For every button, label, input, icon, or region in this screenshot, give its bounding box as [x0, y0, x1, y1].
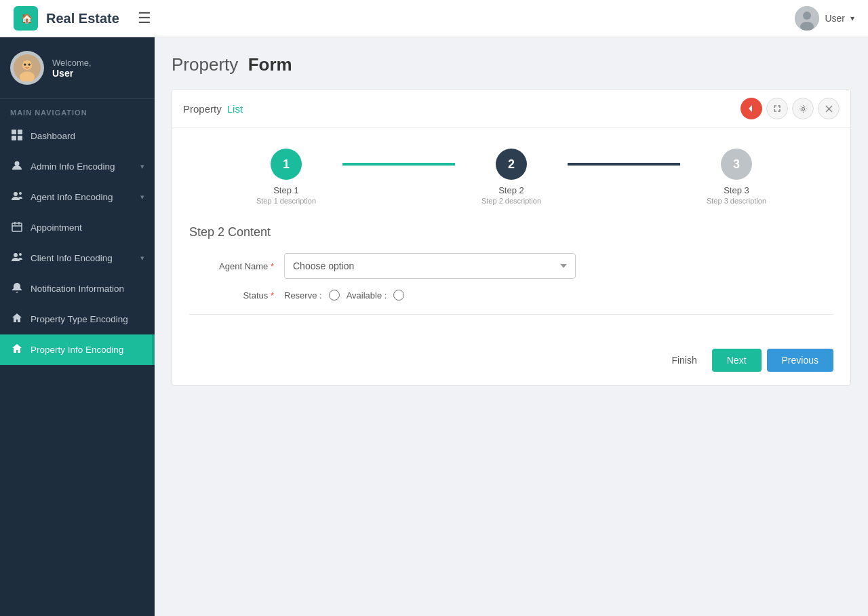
step-3-number: 3: [733, 157, 740, 172]
svg-point-15: [14, 192, 18, 196]
stepper: 1 Step 1 Step 1 description 2 Step 2 Ste…: [189, 149, 833, 205]
sidebar-item-property-type-label: Property Type Encoding: [31, 314, 144, 324]
step-1-number: 1: [283, 157, 290, 172]
svg-point-14: [15, 161, 20, 166]
topbar-username[interactable]: User: [825, 13, 845, 24]
admin-icon: [10, 160, 24, 173]
svg-point-8: [24, 64, 26, 66]
svg-point-24: [802, 107, 804, 110]
svg-text:🏠: 🏠: [21, 13, 33, 24]
topbar-left: 🏠 Real Estate ☰: [14, 6, 151, 31]
sidebar-item-notification[interactable]: Notification Information: [0, 273, 155, 304]
step-2-desc: Step 2 description: [481, 197, 541, 205]
step2-content: Step 2 Content Agent Name * Choose optio…: [189, 225, 833, 301]
back-button[interactable]: [741, 98, 762, 119]
topbar-caret-icon[interactable]: ▾: [850, 14, 854, 23]
sidebar-item-client-info[interactable]: Client Info Encoding ▾: [0, 243, 155, 273]
brand-name: Real Estate: [46, 11, 119, 26]
expand-button[interactable]: [766, 98, 788, 119]
status-field-group: Status * Reserve : Available :: [189, 290, 833, 301]
appointment-icon: [10, 221, 24, 234]
form-divider: [189, 314, 833, 315]
page-title-bold: Form: [248, 54, 292, 75]
logo-icon: 🏠: [14, 6, 38, 31]
sidebar-username: User: [52, 68, 92, 79]
settings-button[interactable]: [792, 98, 814, 119]
property-type-icon: [10, 313, 24, 326]
step-1-desc: Step 1 description: [256, 197, 316, 205]
status-label-text: Status: [243, 290, 268, 301]
finish-button[interactable]: Finish: [662, 349, 706, 371]
sidebar-item-appointment-label: Appointment: [31, 223, 144, 233]
status-radio-group: Reserve : Available :: [284, 290, 404, 301]
card-header: Property List: [172, 90, 850, 128]
card-footer: Finish Next Previous: [172, 349, 850, 385]
page-title-normal: Property: [172, 54, 238, 75]
available-label: Available :: [347, 290, 387, 301]
agent-name-field-group: Agent Name * Choose option: [189, 253, 833, 279]
svg-rect-10: [12, 130, 16, 134]
sidebar-item-dashboard-label: Dashboard: [31, 131, 144, 141]
sidebar-item-admin-label: Admin Info Encoding: [31, 161, 134, 172]
page-title: Property Form: [172, 54, 851, 75]
svg-rect-11: [18, 130, 22, 134]
card-header-title: Property: [183, 103, 222, 115]
sidebar-item-client-label: Client Info Encoding: [31, 253, 134, 263]
svg-rect-17: [12, 223, 22, 231]
sidebar-item-agent-label: Agent Info Encoding: [31, 192, 134, 202]
step-1-label: Step 1: [273, 185, 299, 195]
sidebar: Welcome, User MAIN NAVIGATION Dashboard: [0, 37, 155, 616]
step-3-desc: Step 3 description: [707, 197, 766, 205]
sidebar-welcome: Welcome,: [52, 58, 92, 68]
property-info-icon: [10, 343, 24, 356]
previous-button[interactable]: Previous: [767, 349, 833, 372]
sidebar-item-notification-label: Notification Information: [31, 284, 144, 294]
step-3: 3 Step 3 Step 3 description: [680, 149, 793, 205]
step-line-1: [342, 163, 455, 166]
card-body: 1 Step 1 Step 1 description 2 Step 2 Ste…: [172, 128, 850, 349]
reserve-radio[interactable]: [329, 290, 340, 301]
sidebar-item-property-type[interactable]: Property Type Encoding: [0, 304, 155, 334]
main-content: Property Form Property List: [155, 37, 868, 616]
svg-point-6: [22, 60, 32, 70]
step-line-2: [568, 163, 680, 166]
agent-caret-icon: ▾: [140, 193, 144, 201]
sidebar-item-agent-info[interactable]: Agent Info Encoding ▾: [0, 182, 155, 212]
sidebar-nav-label: MAIN NAVIGATION: [0, 99, 155, 121]
step2-title: Step 2 Content: [189, 225, 833, 239]
agent-name-select[interactable]: Choose option: [284, 253, 576, 279]
card-header-left: Property List: [183, 103, 243, 115]
step-1: 1 Step 1 Step 1 description: [230, 149, 342, 205]
sidebar-user-section: Welcome, User: [0, 37, 155, 99]
step-2-number: 2: [508, 157, 515, 172]
notification-icon: [10, 282, 24, 295]
client-caret-icon: ▾: [140, 254, 144, 263]
step-2-label: Step 2: [498, 185, 524, 195]
sidebar-item-admin-info[interactable]: Admin Info Encoding ▾: [0, 151, 155, 182]
reserve-label: Reserve :: [284, 290, 322, 301]
card-header-subtitle: List: [227, 103, 243, 115]
sidebar-item-appointment[interactable]: Appointment: [0, 212, 155, 243]
layout: Welcome, User MAIN NAVIGATION Dashboard: [0, 37, 868, 616]
admin-caret-icon: ▾: [140, 162, 144, 171]
svg-point-9: [28, 64, 31, 66]
card-header-actions: [741, 98, 840, 119]
close-button[interactable]: [818, 98, 840, 119]
svg-point-3: [803, 12, 811, 20]
available-radio[interactable]: [393, 290, 404, 301]
step-3-circle: 3: [721, 149, 752, 180]
agent-icon: [10, 191, 24, 204]
sidebar-item-property-info[interactable]: Property Info Encoding: [0, 334, 155, 365]
dashboard-icon: [10, 130, 24, 142]
svg-rect-13: [18, 136, 22, 140]
menu-toggle-icon[interactable]: ☰: [138, 9, 151, 27]
client-icon: [10, 252, 24, 265]
sidebar-avatar: [10, 51, 44, 85]
sidebar-item-dashboard[interactable]: Dashboard: [0, 121, 155, 151]
property-form-card: Property List: [172, 89, 851, 386]
agent-name-label-text: Agent Name: [219, 261, 268, 271]
topbar: 🏠 Real Estate ☰ User ▾: [0, 0, 868, 37]
step-1-circle: 1: [271, 149, 302, 180]
next-button[interactable]: Next: [712, 349, 762, 372]
step-2-circle: 2: [496, 149, 527, 180]
